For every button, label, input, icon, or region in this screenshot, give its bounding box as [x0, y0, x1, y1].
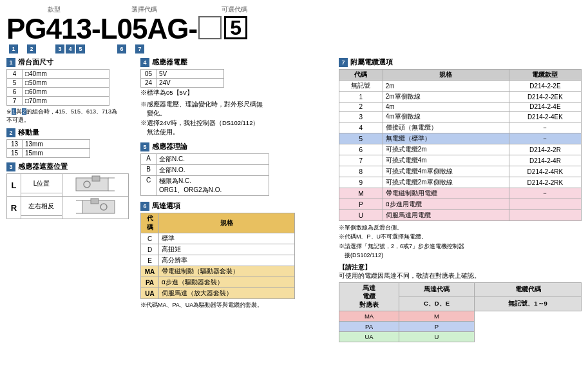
col-header-code: 代碼: [141, 213, 159, 233]
corr-table: 馬達電纜對應表 馬達代碼 電纜代碼 C、D、E 無記號、1～9 MAMPAPUA…: [339, 282, 582, 342]
col-motor: 馬達電纜對應表: [339, 282, 399, 311]
section1-num: 1: [6, 58, 15, 67]
type-label: 款型: [48, 6, 61, 13]
table-row: UAU: [339, 331, 582, 342]
mid-columns: 4 感應器電壓 055V2424V ※標準為05【5V】 ※感應器電壓、理論變化…: [140, 57, 334, 346]
table-row: 6□60mm: [7, 88, 109, 97]
col-no-num: 無記號、1～9: [475, 297, 582, 311]
table-row: B全部N.O.: [141, 165, 269, 176]
table-row: UA伺服馬達（放大器套裝）: [141, 288, 295, 299]
note-2: ※代碼M、P、U不可選擇無電纜。: [339, 232, 582, 241]
section-2: 2 移動量 1313mm1515mm: [6, 128, 135, 158]
table-row: 2424V: [141, 79, 224, 88]
col-cable: 電纜款型: [509, 70, 581, 81]
section6-title: 馬達選項: [152, 201, 180, 211]
table-row: 7□70mm: [7, 97, 109, 106]
table-row: Pα步進用電纜: [339, 199, 582, 210]
table-row: 1313mm: [7, 140, 90, 149]
note-3: ※請選擇「無記號，2，6或7」步步進電機控制器 接(DS102/112): [339, 242, 582, 260]
model-empty-box: [198, 16, 222, 39]
section6-table: 代碼 規格 C標準D高扭矩E高分辨率MA帶電磁制動（驅動器套裝）PAα步進（驅動…: [140, 213, 295, 299]
table-row: 馬達電纜對應表 馬達代碼 電纜代碼: [339, 282, 582, 297]
section2-title: 移動量: [18, 128, 39, 137]
table-row: 8可撓式電纜4m單側散線D214-2-4RK: [339, 166, 582, 177]
col-cde: C、D、E: [399, 297, 475, 311]
table-row: 055V: [141, 70, 224, 79]
section6-note: ※代碼MA、PA、UA為驅動器等與電纜的套裝。: [140, 301, 334, 309]
table-row: 無記號2mD214-2-2E: [339, 81, 582, 92]
col-header-spec: 規格: [159, 213, 295, 233]
indicator-4: 4: [66, 44, 75, 54]
optional-label-group: 可選代碼: [222, 5, 247, 14]
section3-num: 3: [6, 162, 15, 171]
section5-num: 5: [140, 142, 149, 151]
section-6: 6 馬達選項 代碼 規格 C標準D高扭矩E高分辨率MA帶電磁制動（驅動器套裝）P…: [140, 201, 334, 309]
bracket-note: 可使用的電纜因馬達不同，敬請在對應表上確認。: [339, 272, 582, 280]
table-row: M帶電磁制動用電纜－: [339, 188, 582, 199]
section-5: 5 感應器理論 A全部N.C.B全部N.O.C極限為N.C. ORG1、ORG2…: [140, 142, 334, 196]
table-row: 6可撓式電纜2mD214-2-2R: [339, 144, 582, 155]
table-row: D高扭矩: [141, 244, 295, 255]
section1-title: 滑台面尺寸: [18, 57, 53, 67]
main-content: 1 滑台面尺寸 4□40mm5□50mm6□60mm7□70mm ※1與2的組合…: [6, 57, 582, 346]
sensor-diagram-R: [73, 197, 118, 217]
table-row: PAP: [339, 321, 582, 331]
optional-label: 可選代碼: [222, 6, 247, 13]
section6-num: 6: [140, 202, 149, 211]
section7-table: 代碼 規格 電纜款型 無記號2mD214-2-2E12m單側散線D214-2-2…: [339, 69, 582, 221]
section-7: 7 附屬電纜選項 代碼 規格 電纜款型 無記號2mD214-2-2E12m單側散…: [339, 57, 582, 342]
table-row: U伺服馬達用電纜: [339, 210, 582, 221]
table-row: L L位置: [7, 174, 129, 193]
indicator-5: 5: [76, 44, 85, 54]
section3-title: 感應器遮蓋位置: [18, 162, 68, 171]
table-row: 34m單側散線D214-2-4EK: [339, 112, 582, 122]
section7-num: 7: [339, 58, 348, 67]
table-row: A全部N.C.: [141, 154, 269, 165]
model-row: PG413-L05AG- 5: [6, 15, 582, 43]
col-cable-code: 電纜代碼: [475, 282, 582, 297]
section4-title: 感應器電壓: [152, 57, 187, 67]
table-row: 代碼 規格 電纜款型: [339, 70, 582, 81]
section1-table: 4□40mm5□50mm6□60mm7□70mm: [6, 69, 109, 106]
section3-table: L L位置: [6, 173, 129, 219]
table-row: 7可撓式電纜4mD214-2-4R: [339, 155, 582, 166]
model-text: PG413-L05AG-: [6, 15, 197, 43]
select-label: 選擇代碼: [131, 6, 157, 13]
table-row: E高分辨率: [141, 255, 295, 266]
section-4: 4 感應器電壓 055V2424V ※標準為05【5V】 ※感應器電壓、理論變化…: [140, 57, 334, 137]
table-row: 代碼 規格: [141, 213, 295, 233]
table-row: 1515mm: [7, 149, 90, 158]
table-row: 4僅接頭（無電纜）－: [339, 122, 582, 133]
table-row: 24mD214-2-4E: [339, 102, 582, 112]
indicator-3: 3: [55, 44, 64, 54]
svg-rect-1: [92, 176, 100, 181]
section7-notes: ※單側散線為反滑台側。 ※代碼M、P、U不可選擇無電纜。 ※請選擇「無記號，2，…: [339, 223, 582, 260]
table-row: C標準: [141, 233, 295, 244]
section4-num: 4: [140, 58, 149, 67]
note-1: ※單側散線為反滑台側。: [339, 223, 582, 232]
section2-table: 1313mm1515mm: [6, 139, 90, 158]
indicator-1: 1: [9, 44, 18, 54]
bracket-label: 【請注意】: [339, 263, 582, 272]
sensor-diagram-L: [73, 175, 118, 194]
table-row: C極限為N.C. ORG1、ORG2為N.O.: [141, 176, 269, 196]
section4-table: 055V2424V: [140, 69, 224, 88]
num-indicators: 1 2 3 4 5 6 7: [6, 44, 582, 54]
section7-title: 附屬電纜選項: [350, 57, 393, 67]
table-row: 5無電纜（標準）－: [339, 133, 582, 144]
indicator-2: 2: [27, 44, 36, 54]
indicator-6: 6: [117, 44, 126, 54]
table-row: 12m單側散線D214-2-2EK: [339, 92, 582, 102]
section2-num: 2: [6, 128, 15, 137]
model-filled-box: 5: [224, 16, 247, 39]
section1-note: ※1與2的組合時，415、515、613、713為不可選。: [6, 108, 135, 124]
section5-title: 感應器理論: [152, 142, 187, 151]
table-row: R 左右相反: [7, 197, 129, 216]
section4-note: ※標準為05【5V】: [140, 89, 334, 97]
table-row: MAM: [339, 311, 582, 321]
section5-table: A全部N.C.B全部N.O.C極限為N.C. ORG1、ORG2為N.O.: [140, 153, 269, 196]
col-motor-code: 馬達代碼: [399, 282, 475, 297]
table-row: MA帶電磁制動（驅動器套裝）: [141, 266, 295, 277]
page-container: 款型 選擇代碼 可選代碼 PG413-L05AG- 5 1 2 3 4 5 6 …: [6, 5, 582, 346]
left-column: 1 滑台面尺寸 4□40mm5□50mm6□60mm7□70mm ※1與2的組合…: [6, 57, 135, 346]
